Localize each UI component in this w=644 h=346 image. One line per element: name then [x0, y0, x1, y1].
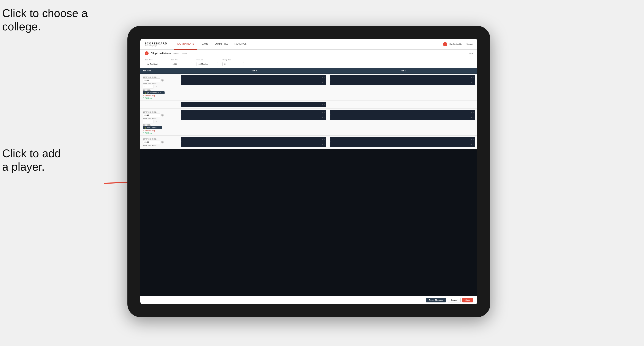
course-tag-2[interactable]: ⛳ East Lake GC × ⌄	[143, 126, 162, 129]
th-team2: Team 2	[328, 68, 477, 74]
starting-time-input-wrapper-2: i	[143, 113, 176, 117]
intervals-select[interactable]: 10 Minutes	[196, 62, 218, 66]
arrows-1[interactable]: ▲▼	[154, 86, 157, 87]
starting-hole-label-3: STARTING HOLE:	[143, 145, 176, 146]
starting-time-input-1[interactable]	[143, 78, 160, 82]
player-x[interactable]: ×	[471, 139, 472, 141]
remove-group-2[interactable]: ⊖ Remove Group	[143, 130, 176, 131]
player-row[interactable]: × ⌄	[181, 115, 326, 120]
player-chevron[interactable]: ⌄	[473, 82, 474, 83]
player-x[interactable]: ×	[322, 117, 323, 119]
empty-team2	[328, 101, 477, 109]
player-row[interactable]: × ⌄	[330, 75, 475, 80]
player-chevron[interactable]: ⌄	[473, 77, 474, 78]
player-chevron[interactable]: ⌄	[324, 117, 325, 118]
player-row[interactable]: × ⌄	[181, 142, 326, 147]
start-type-select[interactable]: 1st Tee Start	[145, 62, 166, 66]
add-group-2[interactable]: ⊕ Add Group	[143, 132, 176, 134]
player-x[interactable]: ×	[322, 77, 323, 79]
player-x[interactable]: ×	[471, 144, 472, 146]
player-chevron[interactable]: ⌄	[324, 104, 325, 105]
course-tag-1[interactable]: ⛳ (A) Peachtree GC × ⌄	[143, 91, 164, 94]
player-x[interactable]: ×	[322, 112, 323, 114]
sign-out-link[interactable]: Sign out	[466, 43, 473, 45]
starting-hole-wrapper-2: ▲▼	[143, 120, 176, 123]
reset-button[interactable]: Reset Changes	[426, 298, 446, 302]
group-left-3: STARTING TIME: i STARTING HOLE:	[140, 136, 179, 149]
player-chevron[interactable]: ⌄	[473, 144, 474, 145]
starting-time-input-2[interactable]	[143, 113, 160, 117]
hosting-badge: Hosting	[181, 52, 188, 54]
player-row[interactable]: × ⌄	[330, 110, 475, 115]
starting-time-label-1: STARTING TIME:	[143, 76, 176, 78]
player-row[interactable]: × ⌄	[181, 137, 326, 142]
player-x[interactable]: ×	[322, 104, 323, 106]
starting-hole-label-1: STARTING HOLE:	[143, 83, 176, 84]
controls-bar: Start Type 1st Tee Start Start Time 10:0…	[140, 57, 477, 68]
group-left-1: STARTING TIME: i STARTING HOLE: ▲▼ COURS…	[140, 74, 179, 101]
course-chevron-2[interactable]: ⌄	[160, 127, 161, 129]
starting-hole-input-2[interactable]	[143, 120, 154, 123]
player-chevron[interactable]: ⌄	[324, 144, 325, 145]
player-x[interactable]: ×	[322, 139, 323, 141]
nav-teams[interactable]: TEAMS	[198, 39, 212, 50]
player-row[interactable]: × ⌄	[330, 142, 475, 147]
team1-course: × ⌄	[179, 101, 328, 109]
starting-time-input-3[interactable]	[143, 140, 160, 144]
course-remove-x[interactable]: ×	[160, 92, 161, 93]
bottom-actions: Reset Changes Cancel Save	[140, 296, 477, 304]
group-size-select-wrapper: 3	[222, 62, 244, 66]
group-size-label: Group Size	[222, 59, 244, 61]
player-chevron[interactable]: ⌄	[324, 139, 325, 140]
user-avatar	[443, 42, 447, 46]
cancel-button[interactable]: Cancel	[448, 298, 461, 302]
arrows-2[interactable]: ▲▼	[154, 121, 157, 122]
player-x[interactable]: ×	[322, 82, 323, 84]
player-x[interactable]: ×	[471, 112, 472, 114]
player-row[interactable]: × ⌄	[181, 75, 326, 80]
info-icon-2: i	[161, 114, 164, 117]
group-size-group: Group Size 3	[222, 59, 244, 66]
nav-rankings[interactable]: RANKINGS	[232, 39, 250, 50]
course-remove-x-2[interactable]: ×	[158, 127, 158, 128]
player-chevron[interactable]: ⌄	[324, 112, 325, 113]
nav-tournaments[interactable]: TOURNAMENTS	[174, 39, 198, 50]
start-type-group: Start Type 1st Tee Start	[145, 59, 166, 66]
add-group-1[interactable]: ⊕ Add Group	[143, 97, 176, 99]
player-x[interactable]: ×	[471, 77, 472, 79]
player-x[interactable]: ×	[471, 117, 472, 119]
course-icon-2: ⛳	[144, 127, 146, 129]
save-button[interactable]: Save	[462, 298, 473, 302]
separator: |	[464, 43, 464, 45]
table-header: Tee Time Team 1 Team 2	[140, 68, 477, 74]
player-row[interactable]: × ⌄	[330, 80, 475, 85]
player-x[interactable]: ×	[322, 144, 323, 146]
starting-time-input-wrapper-1: i	[143, 78, 176, 82]
back-button[interactable]: Back	[469, 52, 473, 54]
annotation-add-player: Click to add a player.	[2, 147, 61, 174]
group-size-select[interactable]: 3	[222, 62, 244, 66]
remove-group-1[interactable]: ⊖ Remove Group	[143, 95, 176, 96]
team1-group1: × ⌄ × ⌄	[179, 74, 328, 101]
player-chevron[interactable]: ⌄	[473, 117, 474, 118]
player-row[interactable]: × ⌄	[181, 110, 326, 115]
player-row[interactable]: × ⌄	[181, 102, 326, 107]
player-x[interactable]: ×	[471, 82, 472, 84]
player-row[interactable]: × ⌄	[330, 115, 475, 120]
start-time-select[interactable]: 10:00	[170, 62, 192, 66]
group-row-3: STARTING TIME: i STARTING HOLE: × ⌄ × ⌄	[140, 136, 477, 149]
player-chevron[interactable]: ⌄	[324, 77, 325, 78]
player-row[interactable]: × ⌄	[181, 80, 326, 85]
player-chevron[interactable]: ⌄	[473, 139, 474, 140]
group-row: STARTING TIME: i STARTING HOLE: ▲▼ COURS…	[140, 74, 477, 101]
start-time-label: Start Time	[170, 59, 192, 61]
starting-hole-input-1[interactable]	[143, 85, 154, 88]
player-row[interactable]: × ⌄	[330, 137, 475, 142]
player-chevron[interactable]: ⌄	[324, 82, 325, 83]
nav-committee[interactable]: COMMITTEE	[212, 39, 232, 50]
tablet-screen: SCOREBOARD Powered by clippd TOURNAMENTS…	[140, 39, 477, 304]
logo-text: SCOREBOARD	[145, 42, 167, 45]
player-chevron[interactable]: ⌄	[473, 112, 474, 113]
annotation-choose-college: Click to choose a college.	[2, 6, 88, 33]
course-chevron[interactable]: ⌄	[162, 92, 163, 94]
